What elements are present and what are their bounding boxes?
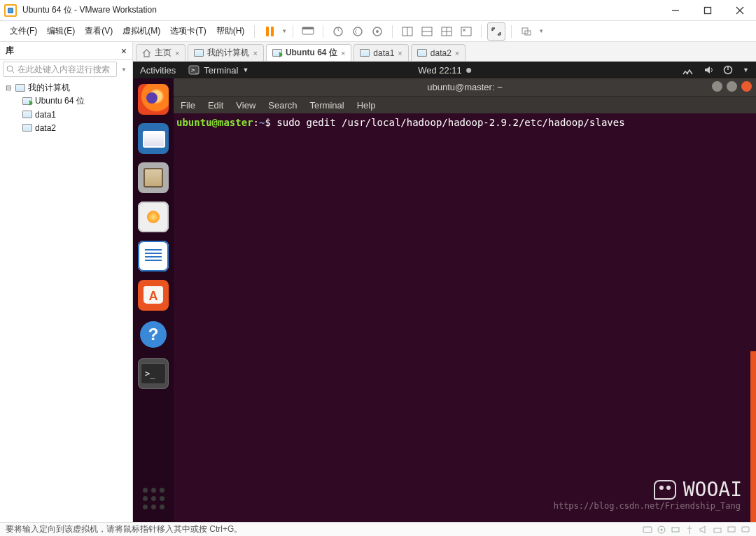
vm-running-icon [22, 97, 32, 105]
terminal-body[interactable]: ubuntu@master:~$ sudo gedit /usr/local/h… [174, 113, 756, 522]
terminal-menu-view[interactable]: View [236, 100, 255, 111]
menu-help[interactable]: 帮助(H) [212, 22, 249, 40]
computer-icon [194, 49, 204, 57]
tab-close-button[interactable]: × [253, 49, 257, 57]
network-adapter-icon[interactable] [671, 525, 680, 535]
cdrom-icon[interactable] [657, 525, 666, 535]
terminal-maximize-button[interactable] [727, 81, 737, 92]
terminal-menu-terminal[interactable]: Terminal [310, 100, 344, 111]
tree-item-label: data1 [35, 110, 56, 120]
chat-bubble-icon [654, 480, 676, 500]
launcher-rhythmbox[interactable] [138, 202, 169, 232]
show-applications-button[interactable] [143, 488, 164, 509]
activities-button[interactable]: Activities [140, 65, 176, 76]
tab-close-button[interactable]: × [398, 49, 402, 57]
snapshot-take-button[interactable] [329, 22, 347, 41]
watermark-sub: https://blog.csdn.net/Friendship_Tang [554, 500, 741, 512]
svg-line-21 [12, 71, 14, 73]
chevron-down-icon[interactable]: ▼ [743, 66, 749, 73]
menu-vm[interactable]: 虚拟机(M) [118, 22, 164, 40]
window-title: Ubuntu 64 位 - VMware Workstation [22, 4, 157, 16]
launcher-thunderbird[interactable] [138, 123, 169, 154]
view-split-button[interactable] [418, 22, 436, 41]
display-icon[interactable] [727, 525, 736, 535]
terminal-menu-file[interactable]: File [181, 100, 195, 111]
dropdown-icon[interactable]: ▼ [118, 66, 130, 73]
library-pane: 库 × 在此处键入内容进行搜索 ▼ ⊟ 我的计算机 Ubuntu 64 位 da… [0, 42, 133, 522]
volume-icon[interactable] [704, 65, 713, 75]
library-close-button[interactable]: × [121, 45, 127, 57]
dropdown-icon[interactable]: ▼ [538, 28, 544, 34]
tree-item-label: Ubuntu 64 位 [35, 95, 85, 107]
menu-tabs[interactable]: 选项卡(T) [166, 22, 210, 40]
library-search-input[interactable]: 在此处键入内容进行搜索 [3, 62, 117, 77]
tab-data1[interactable]: data1 × [354, 44, 408, 61]
tab-ubuntu-active[interactable]: Ubuntu 64 位 × [266, 44, 351, 61]
launcher-ubuntu-software[interactable] [138, 280, 169, 311]
terminal-menu-help[interactable]: Help [357, 100, 376, 111]
tab-label: data1 [373, 48, 394, 58]
tree-item-data2[interactable]: data2 [3, 121, 130, 134]
dropdown-icon[interactable]: ▼ [281, 28, 287, 34]
tab-label: Ubuntu 64 位 [286, 47, 337, 59]
power-icon[interactable] [723, 65, 733, 75]
clock[interactable]: Wed 22:11 [418, 65, 471, 76]
search-icon [6, 65, 15, 73]
enter-fullscreen-button[interactable] [487, 22, 505, 41]
svg-rect-32 [742, 527, 749, 532]
tab-close-button[interactable]: × [455, 49, 459, 57]
send-ctrl-alt-del-button[interactable] [299, 22, 317, 41]
tab-home[interactable]: 主页 × [136, 44, 186, 61]
snapshot-manager-button[interactable] [368, 22, 386, 41]
tab-label: 我的计算机 [207, 47, 249, 59]
view-fullscreen-exit-button[interactable] [457, 22, 475, 41]
collapse-icon[interactable]: ⊟ [6, 84, 13, 92]
terminal-titlebar[interactable]: ubuntu@master: ~ [174, 78, 756, 97]
terminal-minimize-button[interactable] [712, 81, 722, 92]
tree-root[interactable]: ⊟ 我的计算机 [3, 81, 130, 94]
launcher-terminal-active[interactable]: >_ [138, 358, 169, 389]
snapshot-revert-button[interactable] [349, 22, 367, 41]
clock-label: Wed 22:11 [418, 65, 462, 76]
disk-icon[interactable] [643, 525, 652, 535]
launcher-libreoffice-writer[interactable] [138, 241, 169, 271]
terminal-menu-search[interactable]: Search [268, 100, 297, 111]
svg-point-9 [376, 30, 379, 33]
vm-icon [22, 124, 32, 132]
terminal-window: ubuntu@master: ~ File Edit View Search T… [174, 78, 756, 522]
tree-item-data1[interactable]: data1 [3, 108, 130, 121]
tab-mycomputer[interactable]: 我的计算机 × [188, 44, 263, 61]
svg-rect-29 [672, 528, 679, 532]
message-icon[interactable] [741, 525, 750, 535]
tab-data2[interactable]: data2 × [411, 44, 465, 61]
menu-file[interactable]: 文件(F) [6, 22, 41, 40]
window-minimize-button[interactable] [659, 0, 692, 21]
sound-icon[interactable] [699, 525, 708, 535]
terminal-close-button[interactable] [741, 81, 752, 92]
prompt-user: ubuntu@master [176, 117, 253, 128]
tab-close-button[interactable]: × [341, 49, 345, 57]
printer-icon[interactable] [713, 525, 722, 535]
top-app-menu[interactable]: >_ Terminal ▼ [188, 65, 248, 76]
unity-mode-button[interactable] [517, 22, 536, 41]
network-icon[interactable] [682, 65, 694, 75]
launcher-firefox[interactable] [138, 84, 169, 115]
window-maximize-button[interactable] [692, 0, 724, 21]
vm-pause-button[interactable] [260, 22, 279, 41]
terminal-menu-edit[interactable]: Edit [208, 100, 223, 111]
watermark: WOOAI [654, 480, 742, 500]
tab-close-button[interactable]: × [175, 49, 179, 57]
view-single-button[interactable] [398, 22, 416, 41]
top-app-label: Terminal [204, 65, 238, 76]
window-close-button[interactable] [724, 0, 756, 21]
launcher-help[interactable] [138, 319, 169, 350]
tree-item-ubuntu[interactable]: Ubuntu 64 位 [3, 94, 130, 108]
chevron-down-icon: ▼ [242, 66, 248, 73]
menu-edit[interactable]: 编辑(E) [43, 22, 79, 40]
menu-view[interactable]: 查看(V) [80, 22, 117, 40]
guest-display[interactable]: Activities >_ Terminal ▼ Wed 22:11 ▼ [133, 62, 756, 522]
usb-icon[interactable] [685, 525, 694, 535]
svg-rect-1 [705, 7, 711, 13]
view-console-button[interactable] [438, 22, 456, 41]
launcher-files[interactable] [138, 162, 169, 193]
